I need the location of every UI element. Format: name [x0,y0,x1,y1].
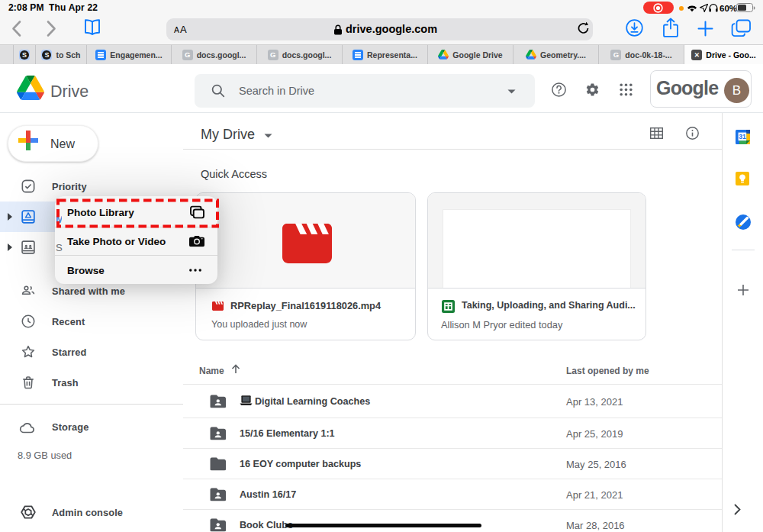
svg-text:31: 31 [739,133,746,140]
